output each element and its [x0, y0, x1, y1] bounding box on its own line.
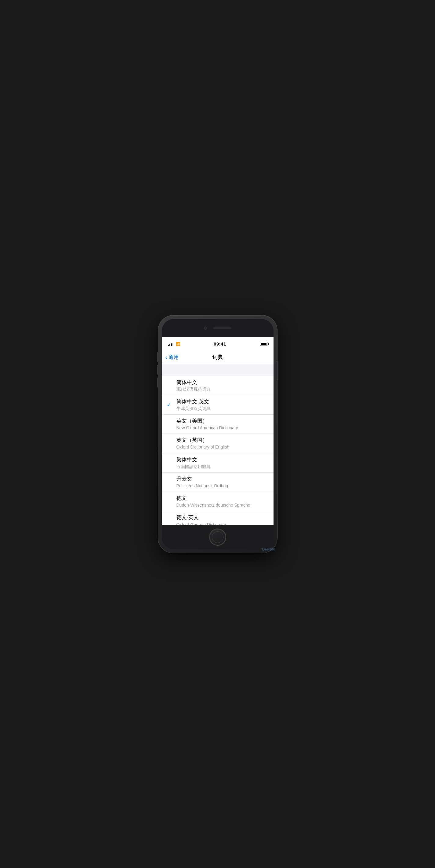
section-header — [162, 364, 273, 376]
checkmark-icon: ✓ — [167, 401, 174, 408]
list-item[interactable]: 英文（美国）New Oxford American Dictionary — [162, 414, 273, 434]
list-item-content: 英文（英国）Oxford Dictionary of English — [176, 437, 269, 450]
list-item-title: 简体中文 — [176, 379, 269, 386]
phone-inner: 📶 09:41 ‹ 通用 词典 — [162, 319, 273, 549]
list-item[interactable]: ✓简体中文-英文牛津英汉汉英词典 — [162, 395, 273, 414]
dictionary-list: 简体中文现代汉语规范词典✓简体中文-英文牛津英汉汉英词典英文（美国）New Ox… — [162, 376, 273, 525]
battery-fill — [261, 343, 267, 345]
status-right — [260, 342, 267, 346]
status-bar: 📶 09:41 — [162, 337, 273, 351]
list-item-subtitle: New Oxford American Dictionary — [176, 425, 269, 431]
list-item-content: 德文-英文Oxford German Dictionary — [176, 514, 269, 525]
list-item[interactable]: 英文（英国）Oxford Dictionary of English — [162, 434, 273, 453]
list-item-subtitle: Oxford Dictionary of English — [176, 444, 269, 450]
list-item-content: 简体中文现代汉语规范词典 — [176, 379, 269, 392]
phone-frame: 📶 09:41 ‹ 通用 词典 — [158, 315, 277, 553]
list-item-title: 英文（美国） — [176, 417, 269, 424]
status-time: 09:41 — [214, 341, 226, 346]
list-item[interactable]: 德文Duden-Wissensnetz deutsche Sprache — [162, 492, 273, 511]
camera — [204, 327, 207, 330]
list-item-title: 英文（英国） — [176, 437, 269, 444]
list-item-content: 简体中文-英文牛津英汉汉英词典 — [176, 398, 269, 411]
screen: 📶 09:41 ‹ 通用 词典 — [162, 337, 273, 525]
back-button[interactable]: ‹ 通用 — [165, 354, 179, 361]
list-item-title: 丹麦文 — [176, 476, 269, 483]
list-item-subtitle: 牛津英汉汉英词典 — [176, 406, 269, 411]
list-item-title: 繁体中文 — [176, 457, 269, 463]
list-item[interactable]: 德文-英文Oxford German Dictionary — [162, 511, 273, 525]
status-left: 📶 — [168, 342, 180, 346]
list-item[interactable]: 繁体中文五南國語活用辭典 — [162, 453, 273, 472]
speaker — [213, 327, 231, 329]
signal-bars-icon — [168, 342, 173, 346]
list-item-content: 德文Duden-Wissensnetz deutsche Sprache — [176, 495, 269, 508]
nav-bar: ‹ 通用 词典 — [162, 351, 273, 364]
home-button-inner — [212, 531, 224, 543]
page-title: 词典 — [212, 354, 223, 361]
chevron-left-icon: ‹ — [165, 354, 168, 360]
list-item-content: 英文（美国）New Oxford American Dictionary — [176, 417, 269, 431]
list-item-subtitle: Politikens Nudansk Ordbog — [176, 483, 269, 489]
home-button[interactable] — [209, 529, 226, 546]
list-item-content: 繁体中文五南國語活用辭典 — [176, 457, 269, 469]
list-item-subtitle: Duden-Wissensnetz deutsche Sprache — [176, 502, 269, 508]
content-area: 简体中文现代汉语规范词典✓简体中文-英文牛津英汉汉英词典英文（美国）New Ox… — [162, 364, 273, 525]
list-item-title: 简体中文-英文 — [176, 398, 269, 405]
wifi-icon: 📶 — [176, 342, 180, 346]
watermark: 飞鸟手游网 — [261, 548, 275, 552]
list-item-title: 德文-英文 — [176, 514, 269, 521]
list-item-content: 丹麦文Politikens Nudansk Ordbog — [176, 476, 269, 489]
phone-top-bar — [162, 319, 273, 337]
list-item-title: 德文 — [176, 495, 269, 502]
list-item-subtitle: Oxford German Dictionary — [176, 522, 269, 525]
battery-icon — [260, 342, 267, 346]
list-item-subtitle: 五南國語活用辭典 — [176, 464, 269, 469]
list-item-subtitle: 现代汉语规范词典 — [176, 386, 269, 392]
list-item[interactable]: 简体中文现代汉语规范词典 — [162, 376, 273, 395]
back-label: 通用 — [168, 354, 179, 361]
list-item[interactable]: 丹麦文Politikens Nudansk Ordbog — [162, 472, 273, 492]
phone-bottom — [162, 525, 273, 549]
